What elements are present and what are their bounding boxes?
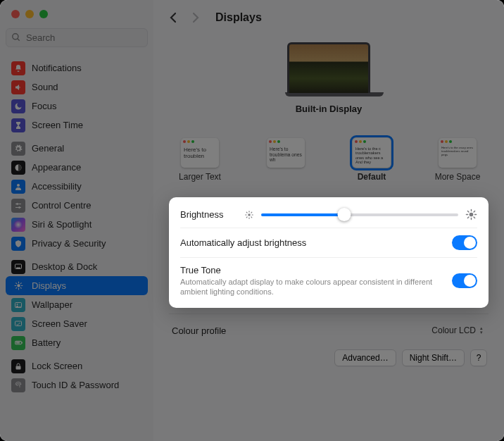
- wall-icon: [11, 298, 25, 312]
- dock-icon: [11, 260, 25, 274]
- hand-icon: [11, 237, 25, 251]
- minimize-window-button[interactable]: [25, 10, 34, 18]
- sidebar-item-label: Notifications: [32, 63, 82, 73]
- search-icon: [11, 32, 21, 42]
- sidebar-item-label: Displays: [32, 280, 66, 291]
- svg-point-36: [470, 213, 474, 217]
- brightness-low-icon: [244, 210, 254, 220]
- back-button[interactable]: [166, 9, 180, 26]
- speaker-icon: [11, 80, 25, 94]
- auto-brightness-toggle[interactable]: [452, 235, 477, 250]
- forward-button[interactable]: [189, 9, 203, 26]
- true-tone-row: True Tone Automatically adapt display to…: [180, 258, 477, 304]
- sidebar: NotificationsSoundFocusScreen TimeGenera…: [0, 0, 153, 441]
- sidebar-item-control-centre[interactable]: Control Centre: [6, 196, 148, 215]
- sidebar-item-touch-id-password[interactable]: Touch ID & Password: [6, 375, 148, 395]
- svg-line-41: [467, 211, 469, 212]
- svg-line-35: [251, 212, 252, 213]
- svg-point-3: [17, 184, 20, 187]
- sidebar-item-label: Screen Saver: [32, 318, 87, 329]
- sidebar-item-label: Touch ID & Password: [32, 380, 119, 390]
- brightness-slider[interactable]: [261, 213, 458, 216]
- sidebar-item-notifications[interactable]: Notifications: [6, 58, 148, 77]
- sidebar-item-general[interactable]: General: [6, 139, 148, 158]
- sidebar-item-label: Lock Screen: [32, 361, 82, 371]
- sidebar-item-siri-spotlight[interactable]: Siri & Spotlight: [6, 215, 148, 234]
- svg-line-33: [251, 216, 252, 217]
- close-window-button[interactable]: [11, 10, 20, 18]
- svg-rect-10: [16, 267, 20, 268]
- zoom-window-button[interactable]: [39, 10, 48, 18]
- window-controls: [6, 0, 148, 25]
- chevron-updown-icon: ▴▾: [480, 326, 483, 335]
- sidebar-item-desktop-dock[interactable]: Desktop & Dock: [6, 257, 148, 276]
- sidebar-item-label: Focus: [32, 101, 56, 111]
- svg-line-1: [18, 39, 20, 41]
- resolution-label: More Space: [435, 172, 481, 182]
- resolution-label: Default: [358, 172, 386, 182]
- hourglass-icon: [11, 118, 25, 132]
- sidebar-item-appearance[interactable]: Appearance: [6, 158, 148, 177]
- sidebar-item-sound[interactable]: Sound: [6, 77, 148, 97]
- appearance-icon: [11, 161, 25, 175]
- sidebar-item-screen-time[interactable]: Screen Time: [6, 116, 148, 135]
- resolution-thumb: Here's to the c troublemakers ones who s…: [353, 138, 391, 168]
- person-icon: [11, 180, 25, 194]
- colour-profile-popup[interactable]: Colour LCD ▴▾: [429, 324, 486, 337]
- svg-point-7: [19, 206, 20, 208]
- svg-point-11: [17, 284, 20, 287]
- sidebar-item-battery[interactable]: Battery: [6, 333, 148, 352]
- display-name: Built-in Display: [296, 104, 363, 114]
- system-settings-window: NotificationsSoundFocusScreen TimeGenera…: [0, 0, 504, 441]
- resolution-thumb: Here's to troublen: [181, 138, 219, 168]
- svg-line-43: [467, 217, 469, 218]
- resolution-thumb: Here's to the crazy ones troublemakers r…: [439, 138, 477, 168]
- sidebar-item-lock-screen[interactable]: Lock Screen: [6, 356, 148, 375]
- svg-rect-24: [21, 342, 22, 343]
- night-shift-button[interactable]: Night Shift…: [402, 349, 465, 366]
- colour-profile-label: Colour profile: [172, 325, 429, 336]
- sidebar-item-label: Siri & Spotlight: [32, 219, 92, 230]
- page-title: Displays: [215, 11, 262, 24]
- svg-point-6: [17, 203, 18, 204]
- sidebar-item-label: Privacy & Security: [32, 238, 106, 249]
- siri-icon: [11, 218, 25, 232]
- display-preview: Built-in Display: [285, 42, 372, 114]
- resolution-thumb: Here's to troublema ones wh: [267, 138, 305, 168]
- true-tone-toggle[interactable]: [452, 273, 477, 288]
- sun-icon: [11, 279, 25, 293]
- resolution-options: Here's to troublenLarger TextHere's to t…: [169, 134, 489, 186]
- sidebar-item-focus[interactable]: Focus: [6, 97, 148, 116]
- sidebar-item-label: Desktop & Dock: [32, 261, 97, 272]
- sidebar-item-label: General: [32, 143, 64, 154]
- lock-icon: [11, 359, 25, 373]
- sidebar-item-privacy-security[interactable]: Privacy & Security: [6, 234, 148, 253]
- svg-line-16: [15, 283, 16, 284]
- advanced-button[interactable]: Advanced…: [334, 349, 396, 366]
- resolution-option[interactable]: Here's to troublenLarger Text: [169, 138, 231, 182]
- svg-rect-26: [16, 366, 21, 369]
- true-tone-label: True Tone: [180, 265, 452, 275]
- svg-line-32: [247, 212, 248, 213]
- sidebar-item-label: Accessibility: [32, 181, 82, 192]
- resolution-option[interactable]: Here's to the crazy ones troublemakers r…: [427, 138, 489, 182]
- sidebar-item-screen-saver[interactable]: Screen Saver: [6, 314, 148, 333]
- sidebar-item-label: Control Centre: [32, 200, 92, 211]
- topbar: Displays: [153, 0, 504, 35]
- search-input[interactable]: [6, 28, 148, 47]
- resolution-option[interactable]: Here's to troublema ones wh: [255, 138, 317, 182]
- sidebar-item-accessibility[interactable]: Accessibility: [6, 177, 148, 196]
- help-button[interactable]: ?: [470, 349, 487, 366]
- footer-buttons: Advanced… Night Shift… ?: [169, 347, 489, 366]
- resolution-option[interactable]: Here's to the c troublemakers ones who s…: [341, 138, 403, 182]
- sidebar-item-label: Screen Time: [32, 120, 83, 130]
- battery-icon: [11, 336, 25, 350]
- brightness-high-icon: [465, 209, 477, 220]
- svg-line-34: [247, 216, 248, 217]
- true-tone-desc: Automatically adapt display to make colo…: [180, 277, 452, 297]
- sidebar-item-displays[interactable]: Displays: [6, 276, 148, 295]
- sidebar-item-wallpaper[interactable]: Wallpaper: [6, 295, 148, 314]
- sidebar-item-label: Appearance: [32, 162, 81, 173]
- svg-line-19: [20, 283, 21, 284]
- svg-point-21: [17, 304, 18, 305]
